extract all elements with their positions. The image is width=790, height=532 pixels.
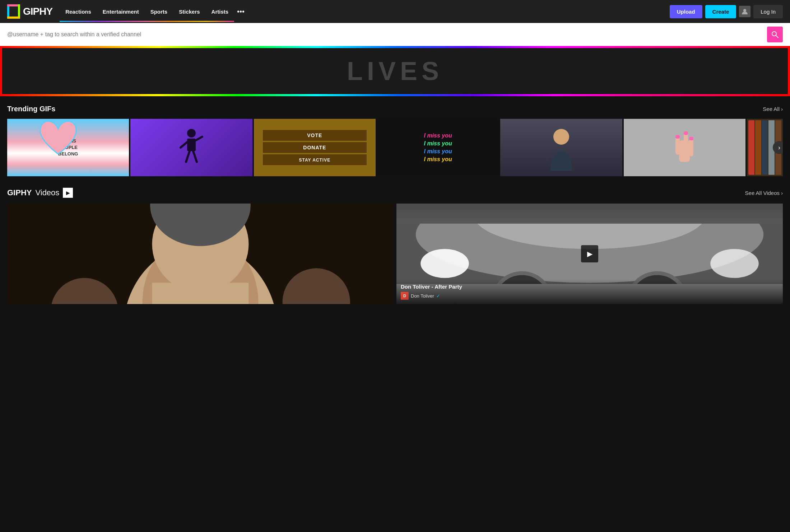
gif-dance[interactable] <box>130 119 252 176</box>
play-overlay[interactable]: ▶ <box>581 245 598 262</box>
gif-vote[interactable]: VOTE DONATE STAY ACTIVE <box>254 119 376 176</box>
upload-button[interactable]: Upload <box>670 5 702 18</box>
svg-line-12 <box>193 151 197 162</box>
main-video[interactable] <box>7 204 394 304</box>
person-silhouette <box>543 124 579 171</box>
svg-line-6 <box>776 36 778 38</box>
nav-item-stickers[interactable]: Stickers <box>173 1 205 22</box>
svg-rect-8 <box>187 139 196 151</box>
side-video[interactable]: ▶ Don Toliver - After Party D Don Tolive… <box>396 204 783 304</box>
search-bar <box>0 23 790 46</box>
svg-rect-19 <box>684 131 688 135</box>
svg-rect-20 <box>689 137 693 140</box>
videos-title: GIPHY Videos ▶ <box>7 188 73 198</box>
video-info: Don Toliver - After Party D Don Toliver … <box>396 279 783 304</box>
person-icon <box>742 8 748 15</box>
svg-point-5 <box>772 32 776 36</box>
login-button[interactable]: Log In <box>753 5 783 18</box>
user-icon[interactable] <box>739 6 750 17</box>
crowd-illustration <box>7 204 394 304</box>
svg-point-7 <box>187 129 196 137</box>
channel-name: Don Toliver <box>411 293 434 299</box>
heart-svg <box>37 119 80 158</box>
dancer-svg <box>177 126 206 169</box>
svg-point-37 <box>710 249 759 278</box>
svg-line-9 <box>181 142 187 148</box>
svg-point-36 <box>420 249 469 278</box>
gif-hand[interactable] <box>624 119 745 176</box>
videos-header: GIPHY Videos ▶ See All Videos › <box>7 188 783 198</box>
svg-rect-17 <box>684 133 688 153</box>
nav-links: Reactions Entertainment Sports Stickers … <box>60 1 667 22</box>
nav-item-entertainment[interactable]: Entertainment <box>97 1 145 22</box>
search-icon <box>771 31 779 38</box>
svg-rect-15 <box>675 137 680 155</box>
nav-item-artists[interactable]: Artists <box>206 1 234 22</box>
search-input[interactable] <box>7 31 767 38</box>
svg-line-11 <box>186 151 190 162</box>
banner-inner: LIVES <box>2 48 788 94</box>
videos-title-light: Videos <box>35 188 59 197</box>
nav-more-button[interactable]: ••• <box>234 4 247 19</box>
video-title: Don Toliver - After Party <box>401 284 779 290</box>
videos-section: GIPHY Videos ▶ See All Videos › <box>0 185 790 313</box>
video-channel: D Don Toliver ✓ <box>401 292 779 300</box>
videos-title-bold: GIPHY <box>7 188 32 197</box>
svg-point-13 <box>553 129 569 145</box>
videos-grid: ▶ Don Toliver - After Party D Don Tolive… <box>7 204 783 304</box>
search-button[interactable] <box>767 27 783 42</box>
verified-checkmark-icon: ✓ <box>436 293 440 299</box>
svg-point-4 <box>743 9 746 12</box>
channel-avatar: D <box>401 292 409 300</box>
svg-rect-18 <box>675 135 680 139</box>
gif-person[interactable] <box>500 119 622 176</box>
giphy-logo-icon <box>7 4 20 19</box>
trending-section: Trending GIFs See All › TRANSPEOPLEBELON… <box>0 96 790 185</box>
banner-text: LIVES <box>347 56 443 86</box>
navbar: GIPHY Reactions Entertainment Sports Sti… <box>0 0 790 23</box>
brand-name: GIPHY <box>23 6 52 17</box>
trending-header: Trending GIFs See All › <box>7 105 783 113</box>
videos-play-icon: ▶ <box>63 188 73 198</box>
carousel-next-arrow[interactable]: › <box>773 141 783 154</box>
create-button[interactable]: Create <box>705 5 736 18</box>
gif-trans[interactable]: TRANSPEOPLEBELONG <box>7 119 129 176</box>
gif-miss-you[interactable]: I miss you I miss you I miss you I miss … <box>377 119 499 176</box>
chevron-right-icon: › <box>781 106 783 112</box>
nav-actions: Upload Create Log In <box>670 5 783 18</box>
videos-see-all[interactable]: See All Videos › <box>745 190 783 196</box>
hand-svg <box>670 126 699 169</box>
chevron-right-icon: › <box>781 190 783 196</box>
nav-item-sports[interactable]: Sports <box>145 1 173 22</box>
trending-title: Trending GIFs <box>7 105 55 113</box>
nav-item-reactions[interactable]: Reactions <box>60 1 97 22</box>
rainbow-banner[interactable]: LIVES <box>0 46 790 96</box>
gifs-row: TRANSPEOPLEBELONG VOT <box>7 119 783 176</box>
logo-area[interactable]: GIPHY <box>7 4 52 19</box>
svg-line-10 <box>196 137 202 140</box>
svg-rect-16 <box>689 139 693 157</box>
svg-rect-25 <box>152 283 249 304</box>
trending-see-all[interactable]: See All › <box>763 106 783 112</box>
main-video-thumbnail <box>7 204 394 304</box>
svg-rect-3 <box>7 17 20 19</box>
